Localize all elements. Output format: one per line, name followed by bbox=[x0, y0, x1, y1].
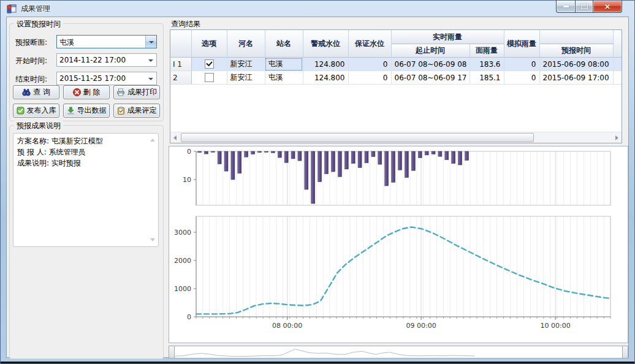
col-header-sim-rain[interactable]: 模拟雨量 bbox=[504, 30, 539, 58]
desc-line-forecaster: 预 报 人: 系统管理员 bbox=[17, 146, 148, 157]
end-time-picker[interactable]: 2015-11-25 17:00 bbox=[56, 72, 157, 85]
col-header-station[interactable]: 站名 bbox=[265, 30, 303, 58]
cell-sim-rain[interactable]: 0 bbox=[504, 58, 539, 71]
delete-button[interactable]: 删 除 bbox=[63, 85, 110, 99]
cell-extra bbox=[613, 58, 622, 71]
option-checkbox[interactable] bbox=[205, 59, 214, 69]
forecast-section-field: 预报断面: 屯溪 bbox=[10, 35, 163, 48]
scroll-up-icon[interactable] bbox=[150, 138, 155, 142]
cell-extra bbox=[613, 71, 622, 85]
desc-line-note: 成果说明: 实时预报 bbox=[17, 157, 148, 169]
cell-rain-period[interactable]: 06-07 08~06-09 08 bbox=[391, 58, 470, 71]
query-button-label: 查 询 bbox=[33, 87, 50, 97]
col-header-river[interactable]: 河名 bbox=[227, 30, 265, 58]
print-results-button-label: 成果打印 bbox=[127, 87, 157, 97]
cell-station[interactable]: 屯溪 bbox=[265, 71, 303, 85]
scroll-left-icon[interactable] bbox=[170, 132, 181, 143]
publish-icon bbox=[17, 107, 25, 115]
table-row[interactable]: 2新安江屯溪124.800006-07 08~06-09 17185.10201… bbox=[170, 71, 622, 85]
start-time-field: 开始时间: 2014-11-22 17:00 bbox=[10, 53, 163, 67]
publish-button[interactable]: 发布入库 bbox=[13, 104, 59, 118]
cell-rain-period[interactable]: 06-07 08~06-09 17 bbox=[391, 71, 470, 85]
close-icon: × bbox=[604, 2, 611, 10]
col-header-empty bbox=[539, 30, 613, 44]
cell-area-rain[interactable]: 183.6 bbox=[470, 58, 504, 71]
svg-text:0: 0 bbox=[187, 313, 191, 321]
end-time-label: 结束时间: bbox=[15, 74, 47, 85]
query-button[interactable]: 查 询 bbox=[13, 85, 59, 99]
chevron-down-icon bbox=[149, 41, 154, 44]
minimize-icon bbox=[563, 6, 569, 7]
cell-river[interactable]: 新安江 bbox=[227, 71, 265, 85]
results-grid: 选项 河名 站名 警戒水位 保证水位 实时雨量 模拟雨量 起止时间 面雨量 预报… bbox=[170, 29, 622, 143]
cell-river[interactable]: 新安江 bbox=[227, 58, 265, 71]
minimize-button[interactable] bbox=[556, 1, 575, 13]
col-header-guarantee-level[interactable]: 保证水位 bbox=[348, 30, 391, 58]
svg-text:2000: 2000 bbox=[174, 257, 191, 265]
col-header-area-rain[interactable]: 面雨量 bbox=[470, 44, 504, 58]
svg-text:10 00:00: 10 00:00 bbox=[540, 322, 570, 330]
publish-button-label: 发布入库 bbox=[27, 105, 56, 116]
row-header-corner bbox=[170, 30, 191, 58]
close-button[interactable]: × bbox=[593, 1, 622, 13]
export-data-button-label: 导出数据 bbox=[77, 105, 107, 116]
scroll-down-icon[interactable] bbox=[150, 238, 155, 241]
option-checkbox-cell[interactable] bbox=[191, 71, 227, 85]
option-checkbox[interactable] bbox=[205, 73, 214, 82]
cell-warn-level[interactable]: 124.800 bbox=[303, 58, 348, 71]
evaluate-results-button[interactable]: 成果评定 bbox=[113, 104, 160, 118]
titlebar[interactable]: 成果管理 × bbox=[1, 1, 634, 17]
scroll-right-icon[interactable] bbox=[611, 132, 622, 143]
col-header-forecast-time[interactable]: 预报时间 bbox=[539, 44, 613, 58]
start-time-picker[interactable]: 2014-11-22 17:00 bbox=[56, 53, 157, 67]
chart-panel: 010010002000300008 00:0009 00:0010 00:00 bbox=[169, 146, 628, 343]
window-title: 成果管理 bbox=[21, 4, 50, 14]
cell-warn-level[interactable]: 124.800 bbox=[303, 71, 348, 85]
svg-text:3000: 3000 bbox=[174, 229, 191, 237]
cell-sim-rain[interactable]: 0 bbox=[504, 71, 539, 85]
maximize-button[interactable] bbox=[575, 1, 593, 13]
svg-text:10: 10 bbox=[183, 176, 191, 184]
delete-button-label: 删 除 bbox=[83, 87, 101, 97]
chevron-down-icon[interactable] bbox=[148, 59, 153, 62]
col-header-option[interactable]: 选项 bbox=[191, 30, 227, 58]
chart-navigator[interactable] bbox=[169, 346, 628, 358]
horizontal-scrollbar[interactable] bbox=[170, 132, 622, 143]
printer-icon bbox=[116, 88, 125, 96]
delete-icon bbox=[73, 88, 81, 96]
chevron-down-icon[interactable] bbox=[148, 78, 153, 80]
forecast-desc-group: 预报成果说明 方案名称: 屯溪新安江模型 预 报 人: 系统管理员 成果说明: … bbox=[9, 125, 164, 359]
binoculars-icon bbox=[22, 88, 31, 96]
maximize-icon bbox=[581, 4, 588, 9]
forecast-desc-textarea[interactable]: 方案名称: 屯溪新安江模型 预 报 人: 系统管理员 成果说明: 实时预报 bbox=[13, 133, 159, 247]
scrollbar-thumb[interactable] bbox=[181, 133, 534, 142]
col-header-realtime-rain[interactable]: 实时雨量 bbox=[391, 30, 504, 44]
option-checkbox-cell[interactable] bbox=[191, 58, 227, 71]
app-window: 成果管理 × 设置预报时间 预报断面: 屯溪 开始时间: 2014-11-22 … bbox=[0, 0, 635, 364]
cell-guarantee-level[interactable]: 0 bbox=[348, 58, 391, 71]
navigator-right-handle[interactable] bbox=[622, 346, 628, 358]
grid-body: I 1新安江屯溪124.800006-07 08~06-09 08183.602… bbox=[170, 58, 622, 85]
forecast-time-group-title: 设置预报时间 bbox=[14, 19, 63, 29]
row-header[interactable]: 2 bbox=[170, 71, 191, 85]
row-header[interactable]: I 1 bbox=[170, 58, 191, 71]
cell-station[interactable]: 屯溪 bbox=[265, 58, 303, 71]
export-data-button[interactable]: 导出数据 bbox=[63, 104, 110, 118]
forecast-time-group: 设置预报时间 预报断面: 屯溪 开始时间: 2014-11-22 17:00 结… bbox=[9, 23, 164, 121]
evaluate-results-button-label: 成果评定 bbox=[127, 105, 157, 116]
cell-forecast-time[interactable]: 2015-06-09 08:00 bbox=[539, 58, 613, 71]
svg-text:08 00:00: 08 00:00 bbox=[272, 322, 302, 330]
col-header-warn-level[interactable]: 警戒水位 bbox=[303, 30, 348, 58]
cell-guarantee-level[interactable]: 0 bbox=[348, 71, 391, 85]
cell-area-rain[interactable]: 185.1 bbox=[470, 71, 504, 85]
print-results-button[interactable]: 成果打印 bbox=[113, 85, 160, 99]
table-row[interactable]: I 1新安江屯溪124.800006-07 08~06-09 08183.602… bbox=[170, 58, 622, 71]
forecast-section-combobox[interactable]: 屯溪 bbox=[56, 35, 157, 48]
col-header-rain-period[interactable]: 起止时间 bbox=[391, 44, 470, 58]
start-time-label: 开始时间: bbox=[15, 56, 47, 66]
col-header-extra bbox=[613, 30, 622, 58]
navigator-sparkline bbox=[174, 346, 623, 358]
results-title: 查询结果 bbox=[171, 19, 200, 29]
forecast-section-dropdown-button[interactable] bbox=[145, 36, 156, 48]
cell-forecast-time[interactable]: 2015-06-09 17:00 bbox=[539, 71, 613, 85]
